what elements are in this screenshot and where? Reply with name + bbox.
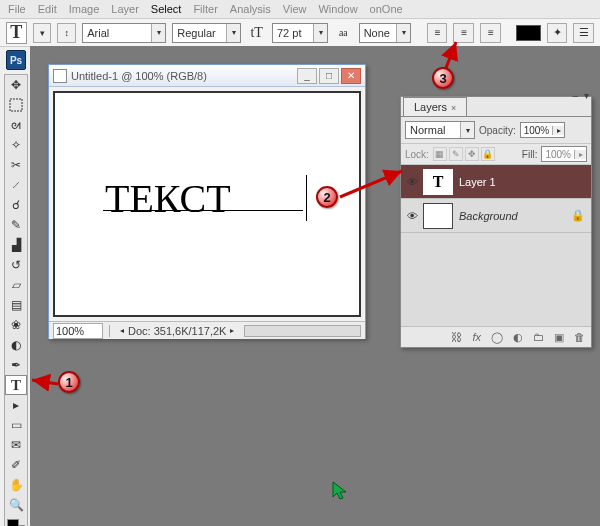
chevron-right-icon: ▸ <box>552 126 564 135</box>
chevron-down-icon: ▾ <box>460 122 474 138</box>
lock-position-icon[interactable]: ✥ <box>465 147 479 161</box>
marquee-tool[interactable] <box>5 95 27 115</box>
menu-bar: File Edit Image Layer Select Filter Anal… <box>0 0 600 19</box>
layer-row[interactable]: 👁 Background 🔒 <box>401 199 591 233</box>
annotation-badge-1: 1 <box>58 371 80 393</box>
menu-file[interactable]: File <box>8 3 26 15</box>
dodge-tool[interactable]: ◐ <box>5 335 27 355</box>
lock-transparency-icon[interactable]: ▦ <box>433 147 447 161</box>
delete-layer-button[interactable]: 🗑 <box>574 331 585 343</box>
text-color-swatch[interactable] <box>516 25 540 41</box>
shape-tool[interactable]: ▭ <box>5 415 27 435</box>
zoom-tool[interactable]: 🔍 <box>5 495 27 515</box>
crop-tool[interactable]: ✂ <box>5 155 27 175</box>
panel-collapse-icon[interactable]: – <box>572 90 578 101</box>
layer-thumbnail[interactable] <box>423 203 453 229</box>
path-select-tool[interactable]: ▸ <box>5 395 27 415</box>
document-canvas[interactable]: ТЕКСТ <box>53 91 361 317</box>
layer-row[interactable]: 👁 T Layer 1 <box>401 165 591 199</box>
chevron-down-icon: ▾ <box>396 24 410 42</box>
menu-onone[interactable]: onOne <box>370 3 403 15</box>
link-layers-button[interactable]: ⛓ <box>451 331 462 343</box>
fg-color-swatch[interactable] <box>7 519 19 526</box>
lock-label: Lock: <box>405 149 429 160</box>
layer-thumbnail[interactable]: T <box>423 169 453 195</box>
text-baseline <box>103 210 303 211</box>
menu-window[interactable]: Window <box>318 3 357 15</box>
tool-preset-dropdown[interactable]: ▾ <box>33 23 52 43</box>
annotation-arrow-3 <box>440 38 464 70</box>
font-weight-combo[interactable]: Regular ▾ <box>172 23 241 43</box>
menu-image[interactable]: Image <box>69 3 100 15</box>
opacity-value: 100% <box>521 125 553 136</box>
annotation-arrow-1 <box>28 368 60 392</box>
mask-button[interactable]: ◯ <box>491 331 503 344</box>
close-button[interactable]: ✕ <box>341 68 361 84</box>
type-tool-indicator[interactable]: T <box>6 22 27 44</box>
eyedropper-tool[interactable]: ✐ <box>5 455 27 475</box>
lock-icon: 🔒 <box>518 209 591 222</box>
brush-tool[interactable]: ✎ <box>5 215 27 235</box>
menu-edit[interactable]: Edit <box>38 3 57 15</box>
zoom-field[interactable]: 100% <box>53 323 103 339</box>
eraser-tool[interactable]: ▱ <box>5 275 27 295</box>
svg-line-1 <box>32 380 58 384</box>
menu-analysis[interactable]: Analysis <box>230 3 271 15</box>
blend-mode-combo[interactable]: Normal ▾ <box>405 121 475 139</box>
layer-empty-area <box>401 233 591 327</box>
opacity-field[interactable]: 100% ▸ <box>520 122 566 138</box>
adjustment-button[interactable]: ◐ <box>513 331 523 344</box>
document-title: Untitled-1 @ 100% (RGB/8) <box>71 70 207 82</box>
pen-tool[interactable]: ✒ <box>5 355 27 375</box>
fg-bg-swatch[interactable] <box>5 517 27 526</box>
warp-text-button[interactable]: ✦ <box>547 23 568 43</box>
lasso-tool[interactable]: ᘛ <box>5 115 27 135</box>
new-layer-button[interactable]: ▣ <box>554 331 564 344</box>
lock-all-icon[interactable]: 🔒 <box>481 147 495 161</box>
status-next-icon[interactable]: ▸ <box>230 326 234 335</box>
font-family-combo[interactable]: Arial ▾ <box>82 23 166 43</box>
fill-field[interactable]: 100% ▸ <box>541 146 587 162</box>
document-statusbar: 100% ◂ Doc: 351,6K/117,2K ▸ <box>49 321 365 339</box>
minimize-button[interactable]: _ <box>297 68 317 84</box>
maximize-button[interactable]: □ <box>319 68 339 84</box>
fx-button[interactable]: fx <box>472 331 481 343</box>
menu-layer[interactable]: Layer <box>111 3 139 15</box>
close-icon[interactable]: × <box>451 103 456 113</box>
canvas-text[interactable]: ТЕКСТ <box>105 175 231 222</box>
font-size-combo[interactable]: 72 pt ▾ <box>272 23 328 43</box>
menu-view[interactable]: View <box>283 3 307 15</box>
menu-filter[interactable]: Filter <box>193 3 217 15</box>
font-weight-value: Regular <box>173 25 220 41</box>
blur-tool[interactable]: ❀ <box>5 315 27 335</box>
visibility-toggle[interactable]: 👁 <box>401 210 423 222</box>
status-prev-icon[interactable]: ◂ <box>120 326 124 335</box>
history-brush-tool[interactable]: ↺ <box>5 255 27 275</box>
fill-value: 100% <box>542 149 574 160</box>
wand-tool[interactable]: ✧ <box>5 135 27 155</box>
panel-menu-icon[interactable]: ▾ <box>584 90 589 101</box>
layer-name[interactable]: Layer 1 <box>459 176 496 188</box>
gradient-tool[interactable]: ▤ <box>5 295 27 315</box>
stamp-tool[interactable]: ▟ <box>5 235 27 255</box>
healing-tool[interactable]: ☌ <box>5 195 27 215</box>
svg-line-3 <box>446 42 456 68</box>
antialias-combo[interactable]: None ▾ <box>359 23 411 43</box>
document-titlebar[interactable]: Untitled-1 @ 100% (RGB/8) _ □ ✕ <box>49 65 365 87</box>
layer-name[interactable]: Background <box>459 210 518 222</box>
notes-tool[interactable]: ✉ <box>5 435 27 455</box>
slice-tool[interactable]: ⟋ <box>5 175 27 195</box>
chevron-down-icon: ▾ <box>226 24 240 42</box>
type-tool[interactable]: T <box>5 375 27 395</box>
layers-tab[interactable]: Layers× <box>403 97 467 116</box>
document-icon <box>53 69 67 83</box>
hand-tool[interactable]: ✋ <box>5 475 27 495</box>
move-tool[interactable]: ✥ <box>5 75 27 95</box>
orientation-toggle[interactable]: ↕ <box>57 23 76 43</box>
group-button[interactable]: 🗀 <box>533 331 544 343</box>
char-panel-button[interactable]: ☰ <box>573 23 594 43</box>
align-right-button[interactable]: ≡ <box>480 23 501 43</box>
menu-select[interactable]: Select <box>151 3 182 15</box>
lock-pixels-icon[interactable]: ✎ <box>449 147 463 161</box>
h-scrollbar[interactable] <box>244 325 361 337</box>
